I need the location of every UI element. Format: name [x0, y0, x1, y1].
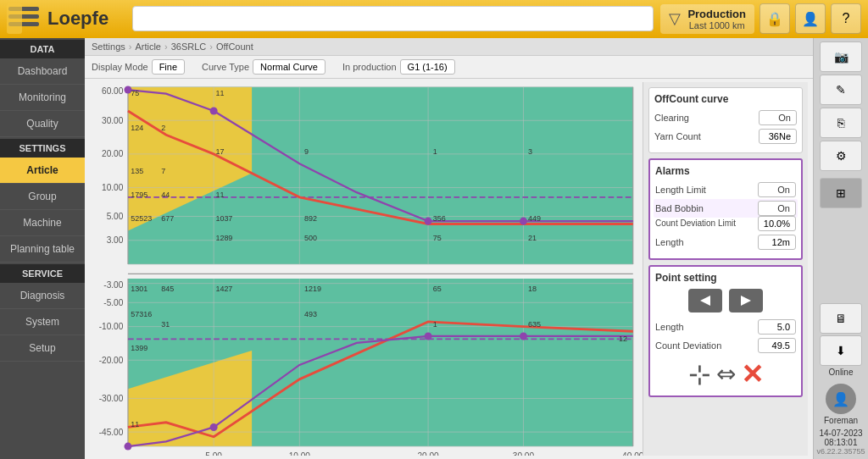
datetime-area: 14-07-2023 08:13:01 v6.22.2.35755 — [816, 429, 865, 456]
svg-text:-5.00: -5.00 — [103, 297, 123, 307]
svg-text:20.00: 20.00 — [417, 451, 439, 456]
svg-text:2: 2 — [161, 123, 165, 131]
user-avatar[interactable]: 👤 — [826, 384, 856, 414]
svg-text:1219: 1219 — [304, 284, 321, 292]
breadcrumb-36srlc[interactable]: 36SRLC — [171, 41, 207, 52]
length-value[interactable]: 12m — [758, 235, 796, 250]
nav-cross-button[interactable]: ⊹ — [688, 361, 711, 388]
svg-text:1301: 1301 — [131, 284, 147, 292]
svg-point-73 — [520, 332, 527, 340]
svg-text:493: 493 — [304, 310, 317, 318]
ps-length-value[interactable]: 5.0 — [758, 319, 796, 335]
logo-icon — [7, 3, 41, 34]
svg-text:31: 31 — [161, 319, 170, 328]
display-mode-value[interactable]: Fine — [152, 59, 185, 75]
svg-text:-20.00: -20.00 — [99, 355, 124, 364]
sidebar-item-article[interactable]: Article — [0, 158, 85, 184]
count-deviation-limit-value[interactable]: 10.0% — [758, 216, 796, 231]
sidebar-section-data: DATA — [0, 40, 85, 58]
left-arrow-button[interactable] — [688, 289, 722, 312]
online-icon-button[interactable]: 🖥 — [820, 303, 862, 334]
chart-area: 60.00 30.00 20.00 10.00 5.00 3.00 75 124… — [90, 82, 643, 456]
sidebar-item-machine[interactable]: Machine — [0, 210, 85, 236]
sidebar-section-settings: SETTINGS — [0, 139, 85, 158]
length-label: Length — [655, 237, 684, 247]
svg-text:10.00: 10.00 — [289, 451, 311, 456]
right-arrow-button[interactable] — [729, 289, 763, 312]
search-input[interactable] — [132, 6, 654, 31]
svg-text:30.00: 30.00 — [513, 451, 535, 456]
svg-text:-45.00: -45.00 — [99, 427, 124, 436]
yarn-count-value[interactable]: 36Ne — [759, 129, 797, 144]
download-button[interactable]: ⬇ — [820, 335, 862, 366]
sidebar-item-planning-table[interactable]: Planning table — [0, 236, 85, 263]
display-mode-control: Display Mode Fine — [92, 59, 185, 75]
nav-grid-button[interactable]: ⊞ — [820, 178, 862, 208]
svg-text:135: 135 — [131, 166, 143, 174]
sidebar-item-quality[interactable]: Quality — [0, 111, 85, 137]
sidebar-item-monitoring[interactable]: Monitoring — [0, 85, 85, 111]
lock-button[interactable]: 🔒 — [760, 3, 790, 34]
svg-text:3: 3 — [528, 147, 532, 155]
curve-type-value[interactable]: Normal Curve — [253, 59, 326, 75]
clearing-value[interactable]: On — [759, 110, 797, 125]
user-button[interactable]: 👤 — [795, 3, 826, 34]
breadcrumb-settings[interactable]: Settings — [92, 41, 125, 52]
svg-text:845: 845 — [161, 284, 174, 292]
display-mode-label: Display Mode — [92, 62, 148, 72]
svg-text:1037: 1037 — [215, 214, 232, 223]
breadcrumb-offcount[interactable]: OffCount — [216, 41, 253, 52]
svg-marker-99 — [700, 296, 710, 306]
production-title: Production — [687, 8, 746, 20]
svg-text:-3.00: -3.00 — [103, 280, 123, 290]
offcount-curve-section: OffCount curve Clearing On Yarn Count 36… — [648, 87, 803, 153]
right-panel: OffCount curve Clearing On Yarn Count 36… — [643, 82, 808, 456]
help-button[interactable]: ? — [831, 3, 861, 34]
svg-text:40.00: 40.00 — [622, 451, 643, 456]
svg-text:18: 18 — [528, 284, 537, 292]
svg-text:11: 11 — [215, 190, 224, 198]
svg-text:635: 635 — [528, 319, 541, 328]
svg-text:500: 500 — [304, 233, 317, 241]
breadcrumb-article[interactable]: Article — [135, 41, 161, 52]
svg-text:-10.00: -10.00 — [99, 322, 124, 331]
bad-bobbin-label: Bad Bobbin — [655, 203, 704, 213]
ps-count-dev-value[interactable]: 49.5 — [758, 338, 796, 353]
copy-button[interactable]: ⎘ — [820, 108, 862, 138]
svg-text:-30.00: -30.00 — [99, 393, 124, 402]
ps-count-dev-row: Count Deviation 49.5 — [655, 338, 796, 353]
sidebar-item-setup[interactable]: Setup — [0, 335, 85, 362]
delete-point-button[interactable]: ✕ — [741, 358, 764, 390]
nav-arrows-button[interactable]: ⇔ — [716, 360, 736, 388]
sidebar-item-dashboard[interactable]: Dashboard — [0, 58, 85, 85]
svg-text:5.00: 5.00 — [107, 211, 124, 220]
sidebar: DATA Dashboard Monitoring Quality SETTIN… — [0, 38, 85, 459]
sidebar-item-system[interactable]: System — [0, 309, 85, 335]
svg-point-21 — [210, 107, 218, 114]
camera-button[interactable]: 📷 — [820, 41, 862, 72]
sidebar-item-diagnosis[interactable]: Diagnosis — [0, 283, 85, 309]
svg-marker-100 — [741, 296, 751, 306]
svg-point-70 — [124, 442, 131, 450]
svg-text:65: 65 — [433, 284, 442, 292]
svg-text:892: 892 — [304, 214, 317, 223]
production-text: Production Last 1000 km — [687, 8, 746, 30]
content-area: DATA Dashboard Monitoring Quality SETTIN… — [0, 38, 868, 459]
settings-button[interactable]: ⚙ — [820, 141, 862, 171]
svg-text:1427: 1427 — [215, 284, 232, 292]
svg-rect-3 — [7, 3, 22, 34]
edit-button[interactable]: ✎ — [820, 75, 862, 105]
svg-text:449: 449 — [528, 214, 541, 223]
curve-type-label: Curve Type — [202, 62, 249, 72]
alarms-section: Alarms Length Limit On Bad Bobbin On Cou… — [648, 158, 803, 260]
version-text: v6.22.2.35755 — [816, 447, 865, 456]
svg-point-22 — [425, 217, 432, 224]
length-limit-value[interactable]: On — [758, 182, 796, 197]
point-setting-title: Point setting — [655, 272, 796, 284]
sidebar-item-group[interactable]: Group — [0, 184, 85, 210]
offcount-curve-title: OffCount curve — [654, 93, 797, 105]
time-text: 08:13:01 — [816, 438, 865, 447]
in-production-value[interactable]: G1 (1-16) — [400, 59, 455, 75]
bad-bobbin-value[interactable]: On — [758, 201, 796, 216]
online-label: Online — [829, 368, 854, 377]
